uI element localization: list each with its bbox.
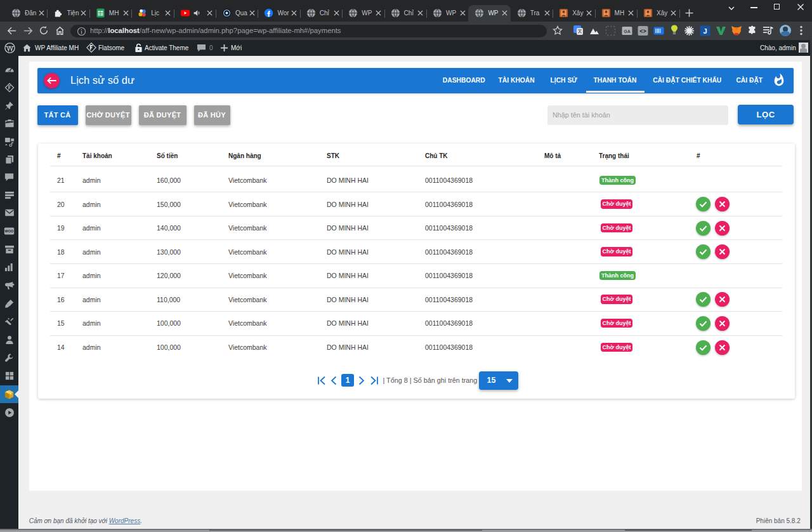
svg-text:<>: <> (639, 28, 646, 34)
svg-text:J: J (703, 27, 707, 35)
svg-text:WOO: WOO (5, 229, 15, 233)
svg-text:GA: GA (624, 29, 631, 34)
